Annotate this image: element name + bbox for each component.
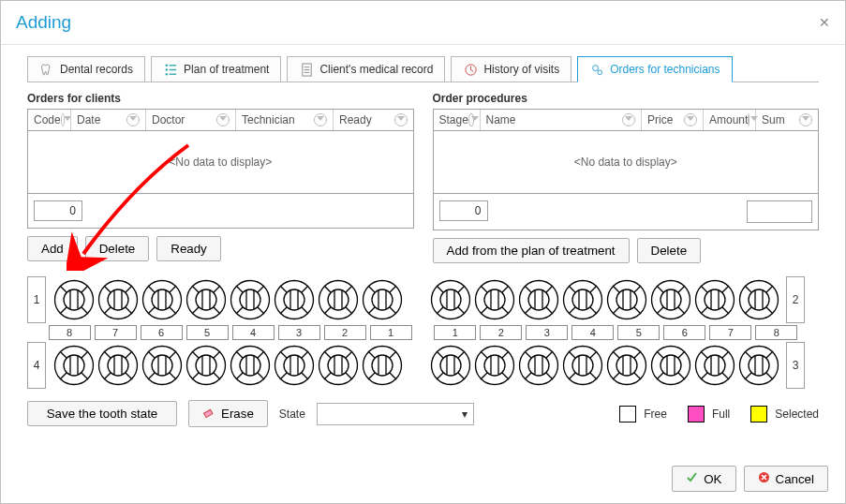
tooth[interactable] <box>604 278 648 322</box>
tooth[interactable] <box>316 278 360 322</box>
svg-line-34 <box>169 286 175 292</box>
tooth[interactable] <box>516 278 560 322</box>
tooth-number[interactable]: 7 <box>709 325 751 340</box>
tooth[interactable] <box>428 344 472 388</box>
tooth-number[interactable]: 3 <box>278 325 320 340</box>
tooth[interactable] <box>228 344 272 388</box>
tooth-number[interactable]: 8 <box>755 325 797 340</box>
tooth[interactable] <box>52 278 96 322</box>
svg-point-96 <box>528 289 549 310</box>
erase-button[interactable]: Erase <box>188 400 268 427</box>
tooth[interactable] <box>184 344 228 388</box>
filter-icon[interactable] <box>799 113 812 126</box>
filter-icon[interactable] <box>394 113 408 126</box>
tooth[interactable] <box>516 344 560 388</box>
tooth-number[interactable]: 5 <box>617 325 660 340</box>
tooth-number[interactable]: 6 <box>141 325 183 340</box>
state-select[interactable]: ▾ <box>317 403 474 425</box>
tab-plan-of-treatment[interactable]: Plan of treatment <box>151 56 281 82</box>
svg-point-184 <box>284 355 304 376</box>
filter-icon[interactable] <box>622 113 635 126</box>
tab-history-of-visits[interactable]: History of visits <box>451 56 571 82</box>
save-tooth-state-button[interactable]: Save the tooth state <box>27 401 177 426</box>
add-button[interactable]: Add <box>27 236 78 261</box>
col-date[interactable]: Date <box>71 110 146 130</box>
col-sum[interactable]: Sum <box>756 110 818 130</box>
ready-button[interactable]: Ready <box>156 236 221 261</box>
col-amount[interactable]: Amount <box>704 110 756 130</box>
tab-label: Client's medical record <box>319 63 433 76</box>
svg-line-124 <box>677 307 684 314</box>
filter-icon[interactable] <box>216 113 230 126</box>
tooth[interactable] <box>560 344 604 388</box>
tooth-number[interactable]: 2 <box>480 325 522 340</box>
grid-header: Stage Name Price Amount Sum <box>434 110 819 131</box>
teeth-top-left <box>52 278 404 322</box>
filter-icon[interactable] <box>684 113 697 126</box>
tooth[interactable] <box>604 344 648 388</box>
tab-dental-records[interactable]: Dental records <box>27 56 145 82</box>
filter-icon[interactable] <box>126 113 140 126</box>
cancel-button[interactable]: Cancel <box>744 466 829 492</box>
tooth[interactable] <box>560 278 604 322</box>
col-price[interactable]: Price <box>642 110 704 130</box>
tooth[interactable] <box>648 344 692 388</box>
ok-button[interactable]: OK <box>672 466 735 492</box>
tooth-number[interactable]: 5 <box>186 325 229 340</box>
delete-procedure-button[interactable]: Delete <box>637 238 702 263</box>
col-ready[interactable]: Ready <box>334 110 413 130</box>
tooth-number[interactable]: 1 <box>370 325 412 340</box>
svg-line-20 <box>81 307 87 314</box>
add-from-plan-button[interactable]: Add from the plan of treatment <box>433 238 630 263</box>
filter-icon[interactable] <box>468 113 474 126</box>
tooth-number[interactable]: 4 <box>571 325 614 340</box>
filter-icon[interactable] <box>61 113 65 126</box>
tooth-number[interactable]: 6 <box>663 325 705 340</box>
tooth-number[interactable]: 3 <box>526 325 568 340</box>
tooth[interactable] <box>272 278 316 322</box>
tooth[interactable] <box>692 278 736 322</box>
tooth[interactable] <box>316 344 360 388</box>
col-technician[interactable]: Technician <box>236 110 334 130</box>
delete-button[interactable]: Delete <box>85 236 150 261</box>
filter-icon[interactable] <box>748 113 750 126</box>
svg-line-107 <box>569 307 575 314</box>
svg-line-89 <box>481 286 487 292</box>
col-name[interactable]: Name <box>481 110 643 130</box>
tooth[interactable] <box>736 278 780 322</box>
tooth[interactable] <box>360 278 404 322</box>
numbers-right: 12345678 <box>434 325 797 340</box>
col-doctor[interactable]: Doctor <box>146 110 236 130</box>
svg-line-44 <box>213 307 219 314</box>
tooth[interactable] <box>472 344 516 388</box>
tooth-number[interactable]: 1 <box>434 325 476 340</box>
tooth[interactable] <box>52 344 96 388</box>
tooth[interactable] <box>736 344 780 388</box>
clock-icon <box>463 62 478 77</box>
tab-medical-record[interactable]: Client's medical record <box>287 56 445 82</box>
tooth[interactable] <box>184 278 228 322</box>
tooth[interactable] <box>360 344 404 388</box>
filter-icon[interactable] <box>314 113 327 126</box>
tooth-number[interactable]: 8 <box>49 325 91 340</box>
tab-orders-for-technicians[interactable]: Orders for technicians <box>577 56 732 82</box>
tooth[interactable] <box>228 278 272 322</box>
col-code[interactable]: Code <box>28 110 71 130</box>
tooth[interactable] <box>648 278 692 322</box>
svg-line-139 <box>745 307 751 314</box>
tooth[interactable] <box>96 278 140 322</box>
col-stage[interactable]: Stage <box>434 110 481 130</box>
tooth-number[interactable]: 7 <box>95 325 137 340</box>
svg-line-163 <box>148 373 155 379</box>
svg-line-35 <box>148 307 155 314</box>
tooth-number[interactable]: 4 <box>232 325 275 340</box>
tooth[interactable] <box>140 278 184 322</box>
tooth[interactable] <box>96 344 140 388</box>
tooth[interactable] <box>692 344 736 388</box>
tooth[interactable] <box>272 344 316 388</box>
tooth[interactable] <box>472 278 516 322</box>
tooth-number[interactable]: 2 <box>324 325 366 340</box>
close-icon[interactable]: ✕ <box>819 15 830 30</box>
tooth[interactable] <box>428 278 472 322</box>
tooth[interactable] <box>140 344 184 388</box>
